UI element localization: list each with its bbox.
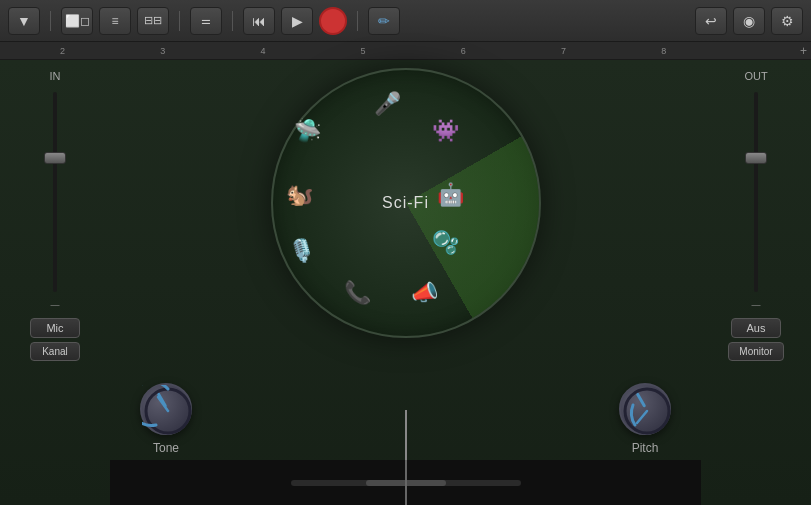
aus-button[interactable]: Aus — [731, 318, 781, 338]
dropdown-icon: ▼ — [17, 13, 31, 29]
input-fader-label: — — [51, 300, 60, 310]
settings-button[interactable]: ⚙ — [771, 7, 803, 35]
pitch-knob[interactable] — [619, 383, 671, 435]
toolbar-separator-4 — [357, 11, 358, 31]
rewind-button[interactable]: ⏮ — [243, 7, 275, 35]
timeline-ruler: 2 3 4 5 6 7 8 + — [0, 42, 811, 60]
mic-button[interactable]: Mic — [30, 318, 80, 338]
mixer-icon: ⊟⊟ — [144, 14, 162, 27]
kanal-label: Kanal — [30, 342, 80, 361]
toolbar: ▼ ⬜◻ ≡ ⊟⊟ ⚌ ⏮ ▶ ✏ ↩ ◉ ⚙ — [0, 0, 811, 42]
pencil-tool-button[interactable]: ✏ — [368, 7, 400, 35]
pencil-icon: ✏ — [378, 13, 390, 29]
rewind-icon: ⏮ — [252, 13, 266, 29]
undo-icon: ↩ — [705, 13, 717, 29]
toolbar-separator-3 — [232, 11, 233, 31]
wheel-item-alien[interactable]: 🛸 — [294, 118, 321, 144]
pitch-knob-label: Pitch — [632, 441, 659, 455]
input-fader-thumb[interactable] — [44, 152, 66, 164]
timeline-mark-7: 7 — [561, 46, 566, 56]
output-channel-strip: OUT — Aus Monitor — [701, 60, 811, 505]
wheel-item-ghost[interactable]: 👾 — [432, 118, 459, 144]
svg-line-1 — [158, 397, 168, 411]
wheel-item-robot[interactable]: 🤖 — [437, 182, 464, 208]
toolbar-separator-1 — [50, 11, 51, 31]
wheel-item-squirrel[interactable]: 🐿️ — [286, 182, 313, 208]
metronome-icon: ◉ — [743, 13, 755, 29]
pitch-knob-arc — [621, 385, 673, 437]
gear-icon: ⚙ — [781, 13, 794, 29]
tone-knob-label: Tone — [153, 441, 179, 455]
toolbar-separator-2 — [179, 11, 180, 31]
output-fader-thumb[interactable] — [745, 152, 767, 164]
eq-icon: ⚌ — [201, 14, 211, 27]
timeline-mark-8: 8 — [661, 46, 666, 56]
timeline-mark-3: 3 — [160, 46, 165, 56]
wheel-item-phone[interactable]: 📞 — [344, 280, 371, 306]
monitor-label: Monitor — [728, 342, 783, 361]
output-fader-track[interactable] — [754, 92, 758, 292]
track-icon: ⬜◻ — [65, 14, 90, 28]
timeline-mark-5: 5 — [361, 46, 366, 56]
metronome-button[interactable]: ◉ — [733, 7, 765, 35]
pitch-knob-area: Pitch — [619, 383, 671, 455]
list-view-button[interactable]: ≡ — [99, 7, 131, 35]
toolbar-right: ↩ ◉ ⚙ — [695, 7, 803, 35]
tone-knob-area: Tone — [140, 383, 192, 455]
track-view-button[interactable]: ⬜◻ — [61, 7, 93, 35]
list-icon: ≡ — [111, 14, 118, 28]
tone-knob[interactable] — [140, 383, 192, 435]
main-content: IN — Mic Kanal 🎤 🛸 👾 🐿️ 🤖 🎙️ 🫧 📞 📣 Sci-F… — [0, 60, 811, 505]
output-label: OUT — [744, 70, 767, 82]
timeline-mark-2: 2 — [60, 46, 65, 56]
playhead-line-lower — [405, 460, 407, 505]
undo-button[interactable]: ↩ — [695, 7, 727, 35]
input-fader-track[interactable] — [53, 92, 57, 292]
output-fader-label: — — [752, 300, 761, 310]
play-button[interactable]: ▶ — [281, 7, 313, 35]
playhead-line — [405, 410, 407, 460]
timeline-mark-4: 4 — [260, 46, 265, 56]
timeline-mark-6: 6 — [461, 46, 466, 56]
timeline-add-button[interactable]: + — [800, 44, 807, 58]
input-label: IN — [50, 70, 61, 82]
equalizer-button[interactable]: ⚌ — [190, 7, 222, 35]
scroll-area — [110, 460, 701, 505]
mixer-button[interactable]: ⊟⊟ — [137, 7, 169, 35]
wheel-item-megaphone[interactable]: 📣 — [411, 280, 438, 306]
wheel-item-microphone[interactable]: 🎤 — [374, 91, 401, 117]
wheel-item-microphone2[interactable]: 🎙️ — [288, 238, 315, 264]
record-button[interactable] — [319, 7, 347, 35]
tone-knob-arc — [142, 385, 194, 437]
play-icon: ▶ — [292, 13, 303, 29]
timeline-marks: 2 3 4 5 6 7 8 — [60, 42, 751, 59]
input-channel-strip: IN — Mic Kanal — [0, 60, 110, 505]
wheel-item-bubbles[interactable]: 🫧 — [432, 230, 459, 256]
voice-wheel[interactable]: 🎤 🛸 👾 🐿️ 🤖 🎙️ 🫧 📞 📣 Sci-Fi — [271, 68, 541, 338]
svg-line-3 — [637, 411, 647, 423]
dropdown-button[interactable]: ▼ — [8, 7, 40, 35]
center-area: 🎤 🛸 👾 🐿️ 🤖 🎙️ 🫧 📞 📣 Sci-Fi Tone — [110, 60, 701, 505]
